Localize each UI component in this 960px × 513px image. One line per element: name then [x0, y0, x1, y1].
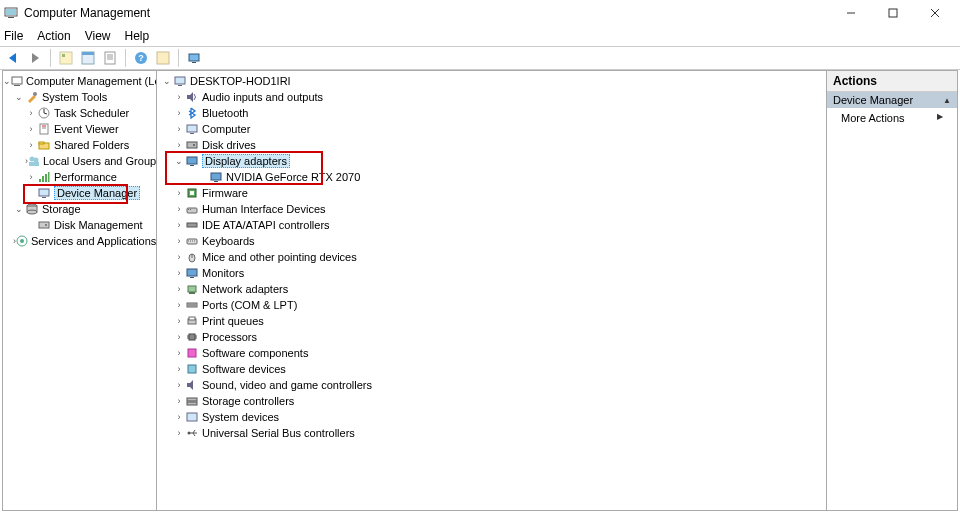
chevron-right-icon[interactable]: › — [173, 300, 185, 310]
tree-group-system-tools[interactable]: ⌄ System Tools — [3, 89, 156, 105]
help-button[interactable]: ? — [132, 49, 150, 67]
chevron-right-icon[interactable]: › — [173, 188, 185, 198]
tree-group-label: Storage — [42, 203, 81, 215]
close-button[interactable] — [914, 0, 956, 26]
show-hide-tree-button[interactable] — [57, 49, 75, 67]
chevron-down-icon[interactable]: ⌄ — [13, 204, 25, 214]
device-category-processors[interactable]: ›Processors — [157, 329, 826, 345]
sidebar-item-performance[interactable]: ›Performance — [3, 169, 156, 185]
device-category-software-components[interactable]: ›Software components — [157, 345, 826, 361]
chevron-right-icon[interactable]: › — [25, 108, 37, 118]
device-category-human-interface-devices[interactable]: ›Human Interface Devices — [157, 201, 826, 217]
chevron-right-icon[interactable]: › — [173, 236, 185, 246]
tree-group-storage[interactable]: ⌄ Storage — [3, 201, 156, 217]
chevron-down-icon[interactable]: ⌄ — [173, 156, 185, 166]
chevron-right-icon[interactable]: › — [173, 316, 185, 326]
svg-rect-86 — [188, 349, 196, 357]
device-category-system-devices[interactable]: ›System devices — [157, 409, 826, 425]
chevron-right-icon[interactable]: › — [173, 108, 185, 118]
services-icon — [16, 234, 28, 248]
properties-button[interactable] — [79, 49, 97, 67]
device-category-storage-controllers[interactable]: ›Storage controllers — [157, 393, 826, 409]
refresh-button[interactable] — [154, 49, 172, 67]
svg-rect-50 — [178, 85, 182, 86]
device-category-label: System devices — [202, 411, 279, 423]
device-category-network-adapters[interactable]: ›Network adapters — [157, 281, 826, 297]
chevron-right-icon[interactable]: › — [173, 364, 185, 374]
menu-file[interactable]: File — [4, 29, 23, 43]
svg-point-44 — [27, 210, 37, 214]
chevron-right-icon[interactable]: › — [173, 220, 185, 230]
chevron-right-icon[interactable]: › — [173, 348, 185, 358]
device-category-ide-ata-atapi-controllers[interactable]: ›IDE ATA/ATAPI controllers — [157, 217, 826, 233]
svg-point-24 — [33, 92, 37, 96]
chevron-right-icon[interactable]: › — [173, 204, 185, 214]
device-category-label: Sound, video and game controllers — [202, 379, 372, 391]
device-category-audio-inputs-and-outputs[interactable]: ›Audio inputs and outputs — [157, 89, 826, 105]
actions-group-label: Device Manager — [833, 94, 913, 106]
sidebar-item-local-users-and-groups[interactable]: ›Local Users and Groups — [3, 153, 156, 169]
sidebar-item-task-scheduler[interactable]: ›Task Scheduler — [3, 105, 156, 121]
menu-help[interactable]: Help — [125, 29, 150, 43]
device-category-universal-serial-bus-controllers[interactable]: ›Universal Serial Bus controllers — [157, 425, 826, 441]
device-category-firmware[interactable]: ›Firmware — [157, 185, 826, 201]
device-category-keyboards[interactable]: ›Keyboards — [157, 233, 826, 249]
device-category-label: IDE ATA/ATAPI controllers — [202, 219, 330, 231]
tree-root-local[interactable]: ⌄ Computer Management (Local) — [3, 73, 156, 89]
actions-group[interactable]: Device Manager ▲ — [827, 92, 957, 108]
scan-hardware-button[interactable] — [185, 49, 203, 67]
chevron-right-icon[interactable]: › — [173, 412, 185, 422]
svg-rect-23 — [14, 85, 20, 86]
sidebar-item-event-viewer[interactable]: ›Event Viewer — [3, 121, 156, 137]
device-category-software-devices[interactable]: ›Software devices — [157, 361, 826, 377]
actions-item-more[interactable]: More Actions ▶ — [827, 108, 957, 128]
device-root[interactable]: ⌄ DESKTOP-HOD1IRI — [157, 73, 826, 89]
device-category-mice-and-other-pointing-devices[interactable]: ›Mice and other pointing devices — [157, 249, 826, 265]
back-button[interactable] — [4, 49, 22, 67]
svg-rect-49 — [175, 77, 185, 84]
device-category-monitors[interactable]: ›Monitors — [157, 265, 826, 281]
svg-rect-81 — [189, 334, 195, 340]
chevron-right-icon[interactable]: › — [173, 124, 185, 134]
chevron-right-icon[interactable]: › — [173, 92, 185, 102]
device-category-print-queues[interactable]: ›Print queues — [157, 313, 826, 329]
sidebar-item-label: Local Users and Groups — [43, 155, 157, 167]
chevron-right-icon[interactable]: › — [173, 284, 185, 294]
item-icon — [37, 186, 51, 200]
chevron-down-icon[interactable]: ⌄ — [13, 92, 25, 102]
forward-button[interactable] — [26, 49, 44, 67]
chevron-right-icon[interactable]: › — [173, 268, 185, 278]
menu-view[interactable]: View — [85, 29, 111, 43]
svg-rect-57 — [190, 165, 194, 166]
chevron-right-icon[interactable]: › — [173, 252, 185, 262]
chevron-right-icon[interactable]: › — [173, 140, 185, 150]
chevron-right-icon[interactable]: › — [173, 428, 185, 438]
device-item-nvidia-geforce-rtx-2070[interactable]: NVIDIA GeForce RTX 2070 — [157, 169, 826, 185]
chevron-down-icon[interactable]: ⌄ — [3, 76, 11, 86]
device-category-computer[interactable]: ›Computer — [157, 121, 826, 137]
device-category-display-adapters[interactable]: ⌄Display adapters — [157, 153, 826, 169]
chevron-right-icon[interactable]: › — [25, 124, 37, 134]
chevron-right-icon[interactable]: › — [173, 380, 185, 390]
export-button[interactable] — [101, 49, 119, 67]
device-category-disk-drives[interactable]: ›Disk drives — [157, 137, 826, 153]
chevron-down-icon[interactable]: ⌄ — [161, 76, 173, 86]
chevron-right-icon[interactable]: › — [173, 332, 185, 342]
device-category-ports-com-lpt-[interactable]: ›Ports (COM & LPT) — [157, 297, 826, 313]
svg-rect-41 — [42, 197, 46, 198]
svg-point-46 — [45, 224, 47, 226]
collapse-icon[interactable]: ▲ — [943, 96, 951, 105]
chevron-right-icon[interactable]: › — [25, 140, 37, 150]
menu-action[interactable]: Action — [37, 29, 70, 43]
sidebar-item-device-manager[interactable]: Device Manager — [3, 185, 156, 201]
chevron-right-icon[interactable]: › — [173, 396, 185, 406]
sidebar-item-shared-folders[interactable]: ›Shared Folders — [3, 137, 156, 153]
chevron-right-icon[interactable]: › — [25, 172, 37, 182]
item-icon — [37, 138, 51, 152]
maximize-button[interactable] — [872, 0, 914, 26]
device-category-bluetooth[interactable]: ›Bluetooth — [157, 105, 826, 121]
tree-group-services[interactable]: › Services and Applications — [3, 233, 156, 249]
device-category-sound-video-and-game-controllers[interactable]: ›Sound, video and game controllers — [157, 377, 826, 393]
minimize-button[interactable] — [830, 0, 872, 26]
sidebar-item-disk-management[interactable]: Disk Management — [3, 217, 156, 233]
